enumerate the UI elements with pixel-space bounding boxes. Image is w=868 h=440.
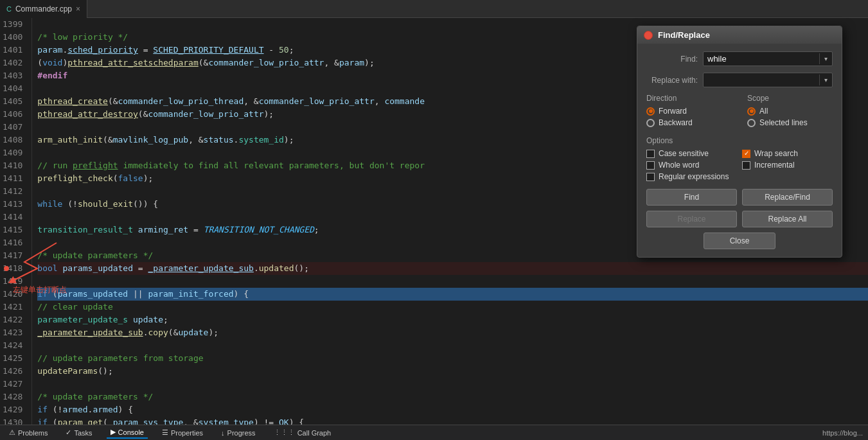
- case-sensitive-row[interactable]: Case sensitive: [646, 149, 737, 158]
- line-num-1427: 1427: [3, 378, 26, 391]
- tasks-label: Tasks: [74, 429, 92, 437]
- tab-progress[interactable]: ↓ Progress: [217, 428, 260, 438]
- whole-word-row[interactable]: Whole word: [646, 161, 737, 170]
- direction-backward-row[interactable]: Backward: [646, 118, 732, 127]
- scope-all-row[interactable]: All: [747, 107, 833, 116]
- direction-backward-radio[interactable]: [646, 119, 655, 127]
- line-num-1425: 1425: [3, 352, 26, 365]
- scope-label: Scope: [747, 94, 833, 103]
- callgraph-label: Call Graph: [297, 429, 332, 437]
- code-line-1420: if (params_updated || param_init_forced)…: [37, 288, 868, 301]
- line-num-1409: 1409: [3, 146, 26, 159]
- console-icon: ▶: [111, 428, 116, 436]
- file-tab[interactable]: C Commander.cpp ×: [0, 0, 87, 18]
- line-num-1418[interactable]: 1418: [3, 262, 26, 275]
- line-num-1401: 1401: [3, 44, 26, 57]
- wrap-search-label: Wrap search: [754, 149, 798, 158]
- line-num-1406: 1406: [3, 108, 26, 121]
- replace-input-wrap: ▾: [703, 73, 833, 87]
- scope-group: Scope All Selected lines: [747, 94, 833, 130]
- direction-forward-radio[interactable]: [646, 107, 655, 116]
- line-num-1429: 1429: [3, 403, 26, 416]
- properties-icon: ☰: [162, 428, 168, 437]
- line-num-1400: 1400: [3, 31, 26, 44]
- line-num-1420: 1420: [3, 288, 26, 301]
- code-line-1419: [37, 275, 868, 288]
- buttons-row-1: Find Replace/Find: [646, 189, 833, 206]
- scope-all-radio[interactable]: [747, 107, 756, 116]
- scope-selected-radio[interactable]: [747, 119, 756, 127]
- code-line-1424: [37, 339, 868, 352]
- line-num-1407: 1407: [3, 121, 26, 134]
- code-line-1418: bool params_updated = _parameter_update_…: [37, 262, 868, 275]
- direction-forward-label: Forward: [659, 107, 687, 116]
- line-num-1416: 1416: [3, 236, 26, 249]
- direction-backward-label: Backward: [659, 118, 693, 127]
- line-num-1415: 1415: [3, 224, 26, 236]
- tab-tasks[interactable]: ✓ Tasks: [62, 427, 96, 438]
- find-input[interactable]: [704, 52, 819, 66]
- scope-selected-row[interactable]: Selected lines: [747, 118, 833, 127]
- replace-all-button[interactable]: Replace All: [742, 211, 833, 227]
- line-num-1414: 1414: [3, 211, 26, 224]
- regex-row[interactable]: Regular expressions: [646, 172, 737, 181]
- replace-dropdown-btn[interactable]: ▾: [819, 75, 832, 85]
- incremental-label: Incremental: [754, 161, 795, 170]
- case-sensitive-checkbox[interactable]: [646, 150, 655, 158]
- dialog-title: Find/Replace: [658, 30, 710, 40]
- status-bar: ⚠ Problems ✓ Tasks ▶ Console ☰ Propertie…: [0, 425, 868, 440]
- tab-problems[interactable]: ⚠ Problems: [5, 427, 51, 438]
- replace-find-button[interactable]: Replace/Find: [742, 189, 833, 206]
- line-num-1428: 1428: [3, 391, 26, 403]
- line-num-1422: 1422: [3, 313, 26, 326]
- dialog-body: Find: ▾ Replace with: ▾ Direction Forwar…: [637, 44, 842, 257]
- direction-scope-section: Direction Forward Backward Scope All: [646, 94, 833, 130]
- close-button[interactable]: Close: [704, 233, 776, 249]
- line-num-1419: 1419: [3, 275, 26, 288]
- code-line-1423: _parameter_update_sub.copy(&update);: [37, 326, 868, 339]
- whole-word-checkbox[interactable]: [646, 161, 655, 170]
- dialog-close-button[interactable]: [644, 31, 653, 40]
- status-right-text: https://blog...: [822, 429, 863, 437]
- regex-checkbox[interactable]: [646, 173, 655, 181]
- tab-console[interactable]: ▶ Console: [107, 427, 148, 439]
- code-line-1426: updateParams();: [37, 365, 868, 378]
- buttons-row-2: Replace Replace All: [646, 211, 833, 227]
- replace-button[interactable]: Replace: [646, 211, 737, 227]
- tasks-icon: ✓: [66, 428, 71, 437]
- find-label: Find:: [646, 55, 698, 64]
- line-num-1399: 1399: [3, 18, 26, 31]
- replace-label: Replace with:: [646, 76, 698, 85]
- tab-close-icon[interactable]: ×: [76, 4, 80, 13]
- case-sensitive-label: Case sensitive: [659, 149, 709, 158]
- progress-icon: ↓: [221, 429, 225, 437]
- line-num-1403: 1403: [3, 69, 26, 82]
- find-button[interactable]: Find: [646, 189, 737, 206]
- close-btn-row: Close: [646, 233, 833, 249]
- replace-row: Replace with: ▾: [646, 73, 833, 87]
- incremental-row[interactable]: Incremental: [742, 161, 833, 170]
- find-replace-dialog: Find/Replace Find: ▾ Replace with: ▾ Dir…: [637, 26, 842, 258]
- problems-icon: ⚠: [9, 428, 15, 437]
- line-num-1410: 1410: [3, 159, 26, 172]
- find-dropdown-btn[interactable]: ▾: [819, 53, 832, 64]
- line-num-1424: 1424: [3, 339, 26, 352]
- wrap-search-row[interactable]: Wrap search: [742, 149, 833, 158]
- callgraph-icon: ⋮⋮⋮: [274, 428, 295, 437]
- properties-label: Properties: [171, 429, 203, 437]
- direction-forward-row[interactable]: Forward: [646, 107, 732, 116]
- line-num-1405: 1405: [3, 95, 26, 108]
- dialog-titlebar: Find/Replace: [637, 26, 842, 44]
- cpp-file-icon: C: [6, 5, 12, 13]
- line-numbers: 1399 1400 1401 1402 1403 1404 1405 1406 …: [0, 18, 32, 425]
- tab-properties[interactable]: ☰ Properties: [158, 427, 207, 438]
- code-line-1422: parameter_update_s update;: [37, 313, 868, 326]
- direction-group: Direction Forward Backward: [646, 94, 732, 130]
- incremental-checkbox[interactable]: [742, 161, 750, 170]
- code-line-1425: // update parameters from storage: [37, 352, 868, 365]
- replace-input[interactable]: [704, 73, 819, 87]
- tab-bar: C Commander.cpp ×: [0, 0, 868, 18]
- options-section: Options Case sensitive Wrap search Whole…: [646, 136, 833, 181]
- tab-callgraph[interactable]: ⋮⋮⋮ Call Graph: [270, 427, 335, 438]
- wrap-search-checkbox[interactable]: [742, 150, 750, 158]
